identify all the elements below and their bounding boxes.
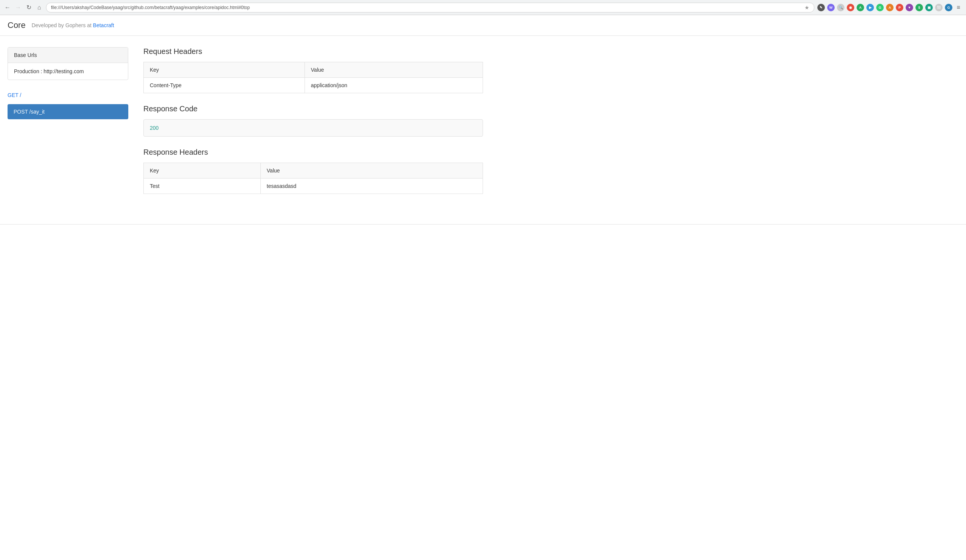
response-headers-header-row: Key Value [144, 163, 483, 179]
page-bottom-divider [0, 224, 966, 225]
bookmark-icon[interactable]: ★ [805, 5, 809, 11]
request-headers-title: Request Headers [143, 47, 483, 56]
production-label: Production [14, 68, 39, 74]
response-code-box: 200 [143, 119, 483, 136]
address-bar-text: file:///Users/akshay/CodeBase/yaag/src/g… [51, 5, 805, 10]
request-key-header: Key [144, 62, 305, 78]
main-content: Base Urls Production : http://testing.co… [0, 36, 491, 217]
endpoint-post[interactable]: POST /say_it [8, 104, 128, 119]
back-button[interactable]: ← [4, 4, 12, 11]
response-code-value: 200 [150, 125, 158, 131]
base-urls-header: Base Urls [8, 48, 128, 63]
table-row: Content-Type application/json [144, 78, 483, 93]
page-header: Core Developed by Gophers at Betacraft [0, 15, 966, 36]
left-sidebar: Base Urls Production : http://testing.co… [8, 47, 128, 205]
extension-icon-14[interactable]: G [945, 4, 953, 11]
get-method: GET [8, 92, 18, 98]
extension-icon-12[interactable]: ▣ [925, 4, 933, 11]
request-value-cell: application/json [304, 78, 483, 93]
base-urls-body: Production : http://testing.com [8, 63, 128, 80]
extension-icon-8[interactable]: A [886, 4, 894, 11]
response-headers-table: Key Value Test tesasasdasd [143, 163, 483, 194]
table-row: Test tesasasdasd [144, 179, 483, 194]
extension-icon-6[interactable]: ▶ [866, 4, 874, 11]
production-separator: : [41, 68, 44, 74]
extension-icon-4[interactable]: ◉ [847, 4, 854, 11]
response-value-cell: tesasasdasd [260, 179, 483, 194]
request-value-header: Value [304, 62, 483, 78]
address-bar[interactable]: file:///Users/akshay/CodeBase/yaag/src/g… [46, 3, 814, 12]
extension-icon-5[interactable]: A [857, 4, 864, 11]
browser-toolbar-icons: ✎ W 🔍 ◉ A ▶ G A P ▼ $ ▣ ⬜ G ≡ [817, 4, 962, 11]
right-panel: Request Headers Key Value Content-Type a… [143, 47, 483, 205]
production-url: http://testing.com [44, 68, 84, 74]
extension-icon-9[interactable]: P [896, 4, 904, 11]
page-subtitle: Developed by Gophers at Betacraft [32, 22, 114, 28]
request-headers-table: Key Value Content-Type application/json [143, 62, 483, 93]
request-key-cell: Content-Type [144, 78, 305, 93]
endpoint-get[interactable]: GET / [8, 89, 128, 101]
extension-icon-2[interactable]: W [827, 4, 835, 11]
response-code-title: Response Code [143, 105, 483, 113]
extension-icon-1[interactable]: ✎ [817, 4, 825, 11]
betacraft-link[interactable]: Betacraft [93, 22, 114, 28]
menu-button[interactable]: ≡ [955, 4, 962, 11]
extension-icon-7[interactable]: G [876, 4, 884, 11]
reload-button[interactable]: ↻ [25, 4, 33, 11]
base-urls-box: Base Urls Production : http://testing.co… [8, 47, 128, 80]
get-path: / [18, 92, 21, 98]
request-headers-header-row: Key Value [144, 62, 483, 78]
forward-button[interactable]: → [14, 4, 22, 11]
extension-icon-13[interactable]: ⬜ [935, 4, 943, 11]
browser-chrome: ← → ↻ ⌂ file:///Users/akshay/CodeBase/ya… [0, 0, 966, 15]
page-title: Core [8, 20, 26, 30]
home-button[interactable]: ⌂ [36, 4, 43, 11]
extension-icon-11[interactable]: $ [915, 4, 923, 11]
response-key-cell: Test [144, 179, 261, 194]
extension-icon-3[interactable]: 🔍 [837, 4, 844, 11]
subtitle-text: Developed by Gophers at [32, 22, 92, 28]
post-method: POST [13, 109, 28, 115]
response-key-header: Key [144, 163, 261, 179]
extension-icon-10[interactable]: ▼ [905, 4, 913, 11]
response-headers-title: Response Headers [143, 148, 483, 157]
post-path: /say_it [28, 109, 44, 115]
response-value-header: Value [260, 163, 483, 179]
